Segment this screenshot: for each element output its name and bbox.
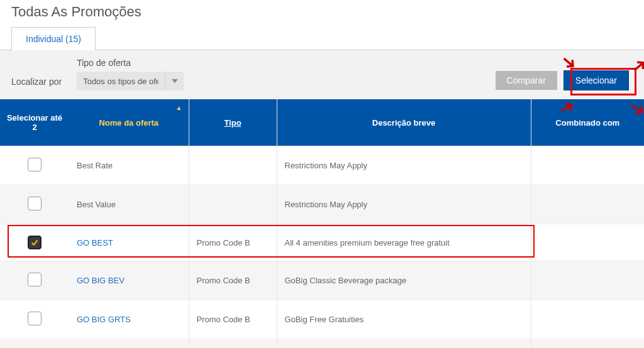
offer-type-dropdown-button[interactable] xyxy=(165,72,184,90)
col-header-select: Selecionar até 2 xyxy=(0,99,69,146)
table-row: GO BIG GRTSPromo Code BGoBig Free Gratui… xyxy=(0,300,644,339)
offer-combined-cell xyxy=(531,261,644,300)
offer-desc-cell: Restrictions May Apply xyxy=(277,146,531,185)
table-row: GO BIG BEVPromo Code BGoBig Classic Beve… xyxy=(0,261,644,300)
offer-type-select[interactable] xyxy=(77,72,184,90)
table-row: GO BIG OBCPromo Code BGoBig 150 OBC per … xyxy=(0,339,644,349)
select-button[interactable]: Selecionar xyxy=(564,70,629,90)
offers-table: Selecionar até 2 Nome da oferta ▲ Tipo D… xyxy=(0,99,644,348)
col-header-desc: Descrição breve xyxy=(277,99,531,146)
col-header-combined: Combinado com xyxy=(531,99,644,146)
col-header-type[interactable]: Tipo xyxy=(189,99,277,146)
table-row: Best RateRestrictions May Apply xyxy=(0,146,644,185)
offer-desc-cell: All 4 amenities premium beverage free gr… xyxy=(277,224,531,261)
col-header-name-label: Nome da oferta xyxy=(99,118,158,128)
offer-desc-cell: GoBig 150 OBC per person xyxy=(277,339,531,349)
offer-name-cell: Best Rate xyxy=(69,146,189,185)
compare-button: Comparar xyxy=(496,71,557,90)
offer-type-cell: Promo Code B xyxy=(189,300,277,339)
offer-type-input[interactable] xyxy=(77,72,165,90)
offer-desc-cell: GoBig Classic Beverage package xyxy=(277,261,531,300)
filter-row: Localizar por Tipo de oferta Comparar Se… xyxy=(0,50,644,99)
offer-name-cell[interactable]: GO BIG BEV xyxy=(69,261,189,300)
offer-combined-cell xyxy=(531,185,644,224)
page-title: Todas As Promoções xyxy=(0,0,644,26)
table-row: GO BESTPromo Code BAll 4 amenities premi… xyxy=(0,224,644,261)
offer-type-cell: Promo Code B xyxy=(189,339,277,349)
offer-type-cell xyxy=(189,185,277,224)
sort-asc-icon: ▲ xyxy=(176,104,182,111)
offer-type-cell: Promo Code B xyxy=(189,261,277,300)
offer-combined-cell xyxy=(531,300,644,339)
table-row: Best ValueRestrictions May Apply xyxy=(0,185,644,224)
offer-name-cell: Best Value xyxy=(69,185,189,224)
offer-combined-cell xyxy=(531,339,644,349)
tabs: Individual (15) xyxy=(0,26,644,50)
tab-individual[interactable]: Individual (15) xyxy=(11,27,96,50)
offer-name-cell[interactable]: GO BIG OBC xyxy=(69,339,189,349)
offer-name-cell[interactable]: GO BIG GRTS xyxy=(69,300,189,339)
row-checkbox[interactable] xyxy=(28,273,42,286)
offer-combined-cell xyxy=(531,224,644,261)
offer-type-label: Tipo de oferta xyxy=(77,58,184,68)
locate-by-label: Localizar por xyxy=(11,77,62,90)
row-checkbox[interactable] xyxy=(28,158,42,171)
offer-name-cell[interactable]: GO BEST xyxy=(69,224,189,261)
chevron-down-icon xyxy=(172,77,178,86)
svg-marker-0 xyxy=(172,79,178,83)
offer-type-cell xyxy=(189,146,277,185)
offer-type-cell: Promo Code B xyxy=(189,224,277,261)
row-checkbox[interactable] xyxy=(28,312,42,325)
offer-combined-cell xyxy=(531,146,644,185)
row-checkbox[interactable] xyxy=(28,197,42,210)
col-header-name[interactable]: Nome da oferta ▲ xyxy=(69,99,189,146)
offer-desc-cell: Restrictions May Apply xyxy=(277,185,531,224)
row-checkbox[interactable] xyxy=(28,236,42,249)
offer-desc-cell: GoBig Free Gratuities xyxy=(277,300,531,339)
